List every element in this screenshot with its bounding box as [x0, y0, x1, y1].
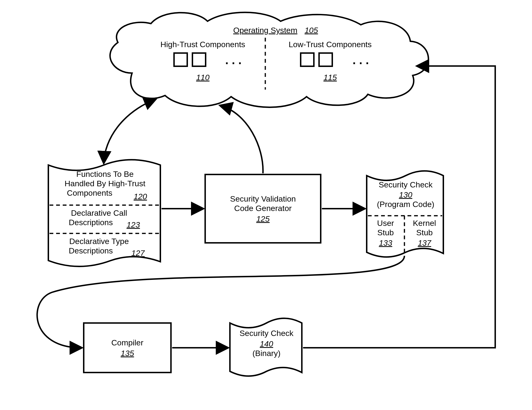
seccheck-src-line1: Security Check	[379, 180, 433, 189]
high-trust-component-box	[192, 53, 206, 66]
compiler-box: Compiler 135	[84, 323, 171, 373]
generator-line1: Security Validation	[230, 194, 296, 203]
low-trust-component-box	[301, 53, 314, 66]
seccheck-bin-num: 140	[260, 339, 273, 348]
arrow-generator-to-cloud	[220, 106, 263, 173]
user-stub-l2: Stub	[377, 228, 394, 237]
funcdoc-line3: Components	[67, 188, 113, 197]
compiler-label: Compiler	[111, 338, 143, 347]
arrow-funcdoc-cloud-bidirectional	[104, 99, 156, 163]
low-trust-label: Low-Trust Components	[289, 40, 372, 49]
user-stub-l1: User	[377, 219, 394, 227]
os-title-number: 105	[305, 26, 318, 35]
user-stub-num: 133	[379, 238, 392, 247]
funcdoc-line5: Descriptions	[69, 218, 113, 227]
functions-document: Functions To Be Handled By High-Trust Co…	[48, 160, 160, 267]
svg-rect-6	[84, 323, 171, 373]
compiler-number: 135	[121, 349, 134, 358]
kernel-stub-l2: Stub	[416, 228, 433, 237]
funcdoc-line7: Descriptions	[69, 246, 113, 255]
funcdoc-num3: 127	[131, 249, 145, 257]
kernel-stub-num: 137	[418, 238, 432, 247]
funcdoc-num1: 120	[134, 192, 147, 201]
generator-number: 125	[256, 214, 270, 223]
seccheck-src-line2: (Program Code)	[377, 200, 434, 209]
generator-line2: Code Generator	[234, 204, 292, 213]
funcdoc-line1: Functions To Be	[76, 169, 133, 178]
ellipsis-icon: . . .	[225, 54, 241, 67]
ellipsis-icon: . . .	[352, 54, 369, 67]
high-trust-number: 110	[196, 73, 210, 82]
operating-system-cloud: Operating System 105 High-Trust Componen…	[110, 12, 428, 108]
diagram-canvas: Operating System 105 High-Trust Componen…	[0, 0, 532, 410]
os-title: Operating System	[233, 26, 297, 35]
code-generator-box: Security Validation Code Generator 125	[205, 175, 321, 243]
funcdoc-line6: Declarative Type	[69, 237, 129, 246]
funcdoc-line2: Handled By High-Trust	[65, 179, 145, 188]
security-check-binary-document: Security Check 140 (Binary)	[230, 318, 302, 376]
funcdoc-line4: Declarative Call	[71, 208, 127, 217]
security-check-source-document: Security Check 130 (Program Code) User S…	[367, 171, 443, 257]
low-trust-component-box	[319, 53, 332, 66]
low-trust-number: 115	[323, 73, 337, 82]
kernel-stub-l1: Kernel	[413, 219, 436, 227]
seccheck-bin-line1: Security Check	[240, 329, 294, 338]
high-trust-component-box	[174, 53, 187, 66]
seccheck-src-num: 130	[399, 190, 412, 199]
high-trust-label: High-Trust Components	[160, 40, 245, 49]
funcdoc-num2: 123	[127, 220, 140, 229]
seccheck-bin-line2: (Binary)	[252, 349, 280, 358]
